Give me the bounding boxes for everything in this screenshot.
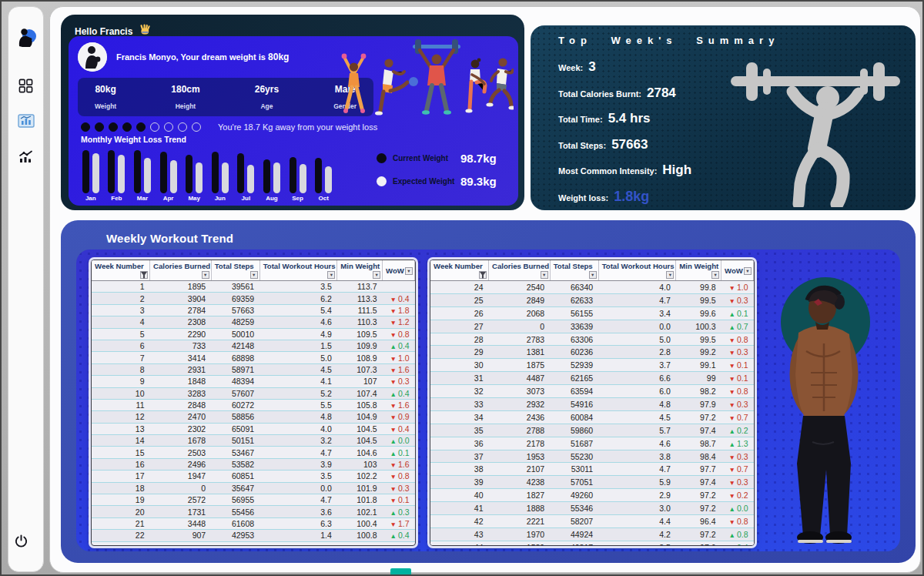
cell: 52939 <box>550 359 598 372</box>
progress-dot <box>109 122 118 132</box>
column-header-label: Total Workout Hours <box>263 262 336 270</box>
cell: 2221 <box>489 515 551 528</box>
trend-month-label: Sep <box>285 195 311 202</box>
power-icon[interactable] <box>8 528 33 553</box>
dropdown-icon[interactable]: ▾ <box>405 267 413 275</box>
table-row: 171947608513.5102.2▼0.8 <box>92 471 415 482</box>
trend-month-group <box>259 147 285 193</box>
wow-value: 1.6 <box>398 460 410 469</box>
down-arrow-icon: ▼ <box>390 426 396 434</box>
grid-menu-icon[interactable] <box>14 73 38 98</box>
column-header-total-steps[interactable]: Total Steps▾ <box>550 260 598 281</box>
down-arrow-icon: ▼ <box>390 473 396 481</box>
monthly-trend-chart <box>78 147 336 193</box>
wow-cell: ▼0.7 <box>721 410 754 424</box>
cell: 2784 <box>150 304 212 316</box>
column-header-total-workout-hours[interactable]: Total Workout Hours▾ <box>259 260 337 281</box>
dropdown-icon[interactable]: ▾ <box>666 271 674 279</box>
cell: 0.0 <box>598 320 676 333</box>
wow-value: 0.4 <box>398 294 410 303</box>
cell: 21 <box>92 517 150 529</box>
filter-icon[interactable] <box>140 271 148 279</box>
cell: 108.9 <box>337 352 383 363</box>
column-header-calories-burned[interactable]: Calories Burned▾ <box>489 260 551 281</box>
wow-value: 0.4 <box>398 341 410 350</box>
cell: 102.1 <box>337 506 383 517</box>
dropdown-icon[interactable]: ▾ <box>744 267 752 275</box>
wow-value: 0.1 <box>737 309 748 318</box>
cell: 2572 <box>150 494 212 506</box>
dropdown-icon[interactable]: ▾ <box>327 271 335 279</box>
cell: 6.2 <box>259 293 337 304</box>
wow-cell: ▼0.9 <box>383 411 415 423</box>
cell: 2470 <box>150 411 212 423</box>
wow-value: 0.2 <box>737 426 748 435</box>
chart-report-icon[interactable] <box>14 109 38 133</box>
wow-value: 1.8 <box>398 306 410 315</box>
cell: 25 <box>430 293 489 306</box>
cell: 38 <box>430 463 489 476</box>
cell: 50151 <box>211 435 259 447</box>
column-header-total-steps[interactable]: Total Steps▾ <box>211 260 259 281</box>
cell: 4.8 <box>598 398 676 411</box>
column-header-min-weight[interactable]: Min Weight▾ <box>676 260 721 281</box>
cell: 5.2 <box>259 387 337 399</box>
table-row: 6733421481.5109.9▲0.4 <box>92 340 415 351</box>
trend-report-icon[interactable] <box>14 144 38 169</box>
column-header-wow[interactable]: WoW▾ <box>383 260 415 281</box>
wow-cell: ▼0.1 <box>721 359 754 372</box>
down-arrow-icon: ▼ <box>728 454 735 461</box>
wow-value: 0.3 <box>398 377 410 386</box>
weekly-workout-panel: Weekly Workout Trend Week NumberCalories… <box>61 220 916 563</box>
cell: 4.6 <box>259 316 337 328</box>
down-arrow-icon: ▼ <box>390 414 396 421</box>
table-row: 141678501513.2104.5▲0.0 <box>92 435 415 447</box>
cell: 101.8 <box>337 494 383 506</box>
dropdown-icon[interactable]: ▾ <box>541 271 548 279</box>
dropdown-icon[interactable]: ▾ <box>373 271 380 279</box>
dropdown-icon[interactable]: ▾ <box>250 271 258 279</box>
column-header-week-number[interactable]: Week Number <box>430 260 489 281</box>
up-arrow-icon: ▲ <box>728 440 735 448</box>
wow-cell: ▼1.6 <box>383 399 415 410</box>
dropdown-icon[interactable]: ▾ <box>711 271 719 279</box>
summary-item: Total Steps:57663 <box>558 137 691 152</box>
cell: 4238 <box>489 476 551 489</box>
column-header-label: WoW <box>725 266 743 275</box>
cell: 97.6 <box>676 541 721 546</box>
wow-cell: ▼0.8 <box>383 328 415 340</box>
dropdown-icon[interactable]: ▾ <box>589 271 597 279</box>
wow-cell: ▼0.3 <box>721 346 754 359</box>
table-row: 262068561553.499.6▲0.1 <box>430 306 754 320</box>
wow-value: 0.4 <box>398 389 410 398</box>
trend-month-label: Mar <box>129 195 156 202</box>
summary-item-value: 5.4 hrs <box>608 111 651 126</box>
current-weight-bar <box>212 152 219 193</box>
column-header-min-weight[interactable]: Min Weight▾ <box>337 260 383 281</box>
cell: 2931 <box>150 363 212 375</box>
wow-value: 0.3 <box>398 507 410 517</box>
down-arrow-icon: ▼ <box>728 337 735 344</box>
cell: 42953 <box>211 530 259 541</box>
dropdown-icon[interactable]: ▾ <box>202 271 209 279</box>
cell: 57051 <box>550 476 598 489</box>
cell: 3.9 <box>259 458 337 470</box>
summary-item: Most Common Intensity:High <box>558 162 691 178</box>
column-header-wow[interactable]: WoW▾ <box>721 260 754 281</box>
table-row: 112848602725.5105.8▼1.6 <box>92 399 415 410</box>
table-row: 282783633065.099.5▼0.8 <box>430 333 754 346</box>
page-indicator[interactable] <box>390 568 411 575</box>
app-logo-icon[interactable] <box>14 25 38 50</box>
column-header-calories-burned[interactable]: Calories Burned▾ <box>150 260 212 281</box>
cell: 60236 <box>550 346 598 359</box>
profile-blue-panel: Francis Monyo, Your dream weight is 80kg… <box>69 36 518 206</box>
cell: 9 <box>92 376 150 387</box>
cell: 5.9 <box>598 476 676 489</box>
column-header-week-number[interactable]: Week Number <box>92 260 150 281</box>
cell: 4487 <box>489 372 551 385</box>
filter-icon[interactable] <box>479 271 487 279</box>
legend-label: Current Weight <box>393 154 460 162</box>
wow-cell: ▼0.7 <box>721 463 754 476</box>
column-header-total-workout-hours[interactable]: Total Workout Hours▾ <box>598 260 676 281</box>
trend-month-group <box>129 147 156 193</box>
